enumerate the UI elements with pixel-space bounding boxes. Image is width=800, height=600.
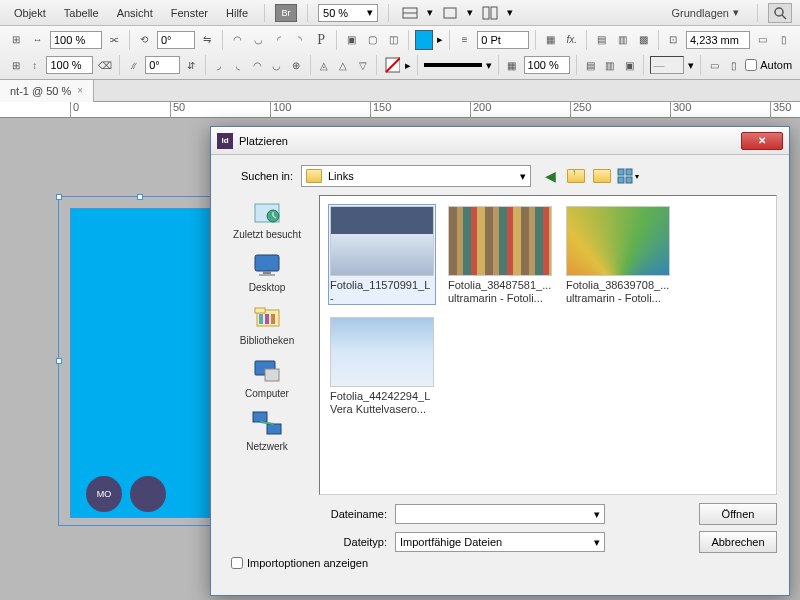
place-libraries[interactable]: Bibliotheken (238, 301, 296, 348)
spacing-field[interactable]: — (650, 56, 684, 74)
close-icon[interactable]: × (77, 85, 83, 96)
opacity-field[interactable]: 100 % (524, 56, 571, 74)
autom-checkbox[interactable] (745, 59, 757, 71)
menu-objekt[interactable]: Objekt (8, 4, 52, 22)
flip-h-icon[interactable]: ⇋ (199, 31, 216, 49)
screen-mode-icon[interactable] (439, 2, 461, 24)
ruler-tick: 150 (370, 102, 391, 118)
place-recent[interactable]: Zuletzt besucht (231, 195, 303, 242)
dialog-titlebar[interactable]: Id Platzieren ✕ (211, 127, 789, 155)
scale-x-field[interactable]: 100 % (50, 31, 102, 49)
day-circle[interactable] (130, 476, 166, 512)
document-tab-bar: nt-1 @ 50 % × (0, 80, 800, 102)
corner-icon[interactable]: ◠ (250, 56, 265, 74)
fit-icon[interactable]: ▯ (726, 56, 741, 74)
open-button[interactable]: Öffnen (699, 503, 777, 525)
day-circle[interactable]: MO (86, 476, 122, 512)
p-icon[interactable]: ⊕ (288, 56, 303, 74)
pathfinder-icon[interactable]: ▢ (364, 31, 381, 49)
pathfinder-icon[interactable]: △ (336, 56, 351, 74)
corner-icon[interactable]: ◜ (271, 31, 288, 49)
resize-handle[interactable] (137, 194, 143, 200)
file-thumbnail (448, 206, 552, 276)
corner-icon[interactable]: ◠ (229, 31, 246, 49)
filetype-select[interactable]: Importfähige Dateien▾ (395, 532, 605, 552)
search-button[interactable] (768, 3, 792, 23)
resize-handle[interactable] (56, 194, 62, 200)
file-thumbnail (330, 206, 434, 276)
view-menu-icon[interactable]: ▾ (617, 165, 639, 187)
frame-icon[interactable]: ⊡ (665, 31, 682, 49)
menu-hilfe[interactable]: Hilfe (220, 4, 254, 22)
svg-rect-19 (255, 308, 265, 313)
pathfinder-icon[interactable]: ◬ (317, 56, 332, 74)
flip-v-icon[interactable]: ⇵ (184, 56, 199, 74)
file-item[interactable]: Fotolia_38639708_...ultramarin - Fotoli.… (564, 204, 672, 305)
fit-icon[interactable]: ▭ (707, 56, 722, 74)
corner-icon[interactable]: ◡ (250, 31, 267, 49)
fit-icon[interactable]: ▯ (775, 31, 792, 49)
menu-tabelle[interactable]: Tabelle (58, 4, 105, 22)
pathfinder-icon[interactable]: ▣ (343, 31, 360, 49)
fill-swatch[interactable] (415, 30, 434, 50)
pathfinder-icon[interactable]: ▽ (355, 56, 370, 74)
bridge-button[interactable]: Br (275, 4, 297, 22)
folder-name: Links (328, 170, 354, 182)
view-options-icon[interactable] (399, 2, 421, 24)
ref-point-icon[interactable]: ⊞ (8, 56, 23, 74)
place-network[interactable]: Netzwerk (244, 407, 290, 454)
effects-icon[interactable]: ▦ (542, 31, 559, 49)
pathfinder-icon[interactable]: ◫ (385, 31, 402, 49)
frame-size-field[interactable]: 4,233 mm (686, 31, 750, 49)
zoom-value: 50 % (323, 7, 348, 19)
new-folder-icon[interactable] (591, 165, 613, 187)
clear-icon[interactable]: ⌫ (97, 56, 113, 74)
scale-y-field[interactable]: 100 % (46, 56, 93, 74)
ruler-tick: 250 (570, 102, 591, 118)
cancel-button[interactable]: Abbrechen (699, 531, 777, 553)
stroke-style[interactable] (424, 63, 482, 67)
place-desktop[interactable]: Desktop (247, 248, 288, 295)
folder-dropdown[interactable]: Links ▾ (301, 165, 531, 187)
stroke-swatch[interactable] (383, 56, 401, 74)
document-tab[interactable]: nt-1 @ 50 % × (0, 80, 94, 102)
fit-icon[interactable]: ▭ (754, 31, 771, 49)
file-name2: ultramarin - Fotoli... (448, 292, 543, 303)
menu-fenster[interactable]: Fenster (165, 4, 214, 22)
svg-rect-22 (271, 314, 275, 324)
fx-icon[interactable]: fx. (563, 31, 580, 49)
resize-handle[interactable] (56, 358, 62, 364)
rotate-field[interactable]: 0° (157, 31, 195, 49)
up-icon[interactable]: ↑ (565, 165, 587, 187)
arrange-icon[interactable] (479, 2, 501, 24)
wrap-icon[interactable]: ▤ (593, 31, 610, 49)
corner-icon[interactable]: ◟ (231, 56, 246, 74)
link-icon[interactable]: ⫘ (106, 31, 123, 49)
corner-icon[interactable]: ◡ (269, 56, 284, 74)
menu-ansicht[interactable]: Ansicht (111, 4, 159, 22)
dialog-close-button[interactable]: ✕ (741, 132, 783, 150)
file-name2: ultramarin - Fotoli... (566, 292, 661, 303)
wrap-icon[interactable]: ▥ (614, 31, 631, 49)
wrap-icon[interactable]: ▤ (583, 56, 598, 74)
files-panel[interactable]: Fotolia_11570991_L -© Stefan Arendt - ..… (319, 195, 777, 495)
shear-field[interactable]: 0° (145, 56, 179, 74)
file-item[interactable]: Fotolia_38487581_...ultramarin - Fotoli.… (446, 204, 554, 305)
wrap-icon[interactable]: ▩ (635, 31, 652, 49)
file-item[interactable]: Fotolia_11570991_L -© Stefan Arendt - ..… (328, 204, 436, 305)
wrap-icon[interactable]: ▥ (602, 56, 617, 74)
p-icon[interactable]: P (313, 31, 330, 49)
filename-input[interactable]: ▾ (395, 504, 605, 524)
file-item[interactable]: Fotolia_44242294_LVera Kuttelvasero... (328, 315, 436, 416)
corner-icon[interactable]: ◝ (292, 31, 309, 49)
place-computer[interactable]: Computer (243, 354, 291, 401)
back-icon[interactable]: ◀ (539, 165, 561, 187)
corner-icon[interactable]: ◞ (212, 56, 227, 74)
wrap-icon[interactable]: ▣ (622, 56, 637, 74)
workspace-switcher[interactable]: Grundlagen▾ (664, 3, 748, 22)
zoom-select[interactable]: 50 %▾ (318, 4, 378, 22)
stroke-weight-field[interactable]: 0 Pt (477, 31, 529, 49)
import-options-checkbox[interactable] (231, 557, 243, 569)
blue-frame[interactable] (70, 208, 210, 518)
ref-point-icon[interactable]: ⊞ (8, 31, 25, 49)
